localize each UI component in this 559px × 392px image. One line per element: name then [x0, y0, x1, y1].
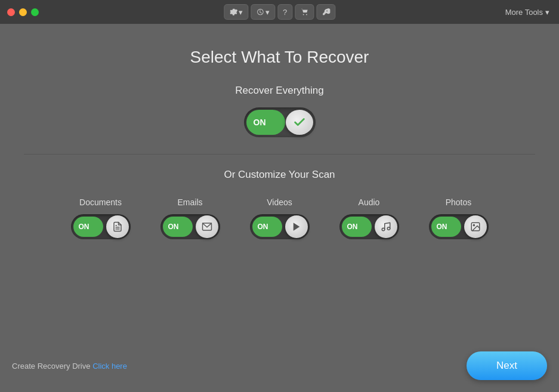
recover-everything-label: Recover Everything: [235, 85, 323, 97]
bottom-bar: Create Recovery Drive Click here Next: [0, 351, 559, 380]
click-here-link[interactable]: Click here: [92, 362, 127, 371]
history-icon: [256, 8, 264, 16]
categories-container: Documents ON Emails ON: [71, 197, 489, 239]
photos-toggle[interactable]: ON: [429, 214, 489, 239]
customize-label: Or Customize Your Scan: [224, 169, 335, 181]
videos-toggle[interactable]: ON: [250, 214, 310, 239]
recover-everything-toggle[interactable]: ON: [244, 107, 316, 137]
toolbar: ▾ ▾ ?: [224, 4, 335, 20]
audio-label: Audio: [359, 197, 380, 207]
videos-toggle-thumb: [285, 215, 308, 238]
window-controls: [7, 8, 39, 16]
more-tools-button[interactable]: More Tools ▾: [505, 8, 549, 17]
photo-icon: [470, 221, 481, 232]
audio-toggle[interactable]: ON: [339, 214, 399, 239]
svg-marker-6: [293, 223, 299, 231]
cart-icon: [300, 8, 308, 16]
chevron-down-icon: ▾: [545, 8, 549, 17]
recovery-drive-label: Create Recovery Drive: [12, 362, 91, 371]
photos-toggle-on-label: ON: [437, 223, 447, 231]
document-icon: [112, 221, 123, 232]
history-button[interactable]: ▾: [251, 4, 275, 20]
svg-point-10: [473, 224, 474, 226]
email-icon: [202, 221, 212, 232]
close-button[interactable]: [7, 8, 15, 16]
main-toggle-track[interactable]: ON: [244, 107, 316, 137]
main-content: Select What To Recover Recover Everythin…: [0, 24, 559, 392]
documents-label: Documents: [79, 197, 122, 207]
emails-label: Emails: [177, 197, 202, 207]
audio-toggle-thumb: [375, 215, 397, 238]
videos-toggle-on-label: ON: [258, 223, 268, 231]
videos-label: Videos: [267, 197, 292, 207]
category-videos: Videos ON: [250, 197, 310, 239]
category-documents: Documents ON: [71, 197, 131, 239]
checkmark-icon: [293, 116, 306, 129]
titlebar: ▾ ▾ ? More Tools ▾: [0, 0, 559, 24]
category-photos: Photos ON: [429, 197, 489, 239]
category-emails: Emails ON: [160, 197, 220, 239]
video-icon: [291, 221, 302, 232]
photos-toggle-thumb: [464, 215, 487, 238]
audio-toggle-on-label: ON: [347, 223, 358, 231]
documents-toggle-on-label: ON: [79, 223, 89, 231]
photos-label: Photos: [446, 197, 472, 207]
key-button[interactable]: [316, 4, 335, 20]
minimize-button[interactable]: [19, 8, 27, 16]
cart-button[interactable]: [295, 4, 314, 20]
svg-point-1: [306, 14, 307, 16]
emails-toggle[interactable]: ON: [160, 214, 220, 239]
svg-point-0: [302, 14, 304, 16]
divider: [24, 154, 535, 155]
svg-point-7: [382, 228, 385, 231]
emails-toggle-thumb: [196, 215, 218, 238]
documents-toggle-thumb: [106, 215, 129, 238]
main-toggle-on-label: ON: [254, 118, 266, 127]
main-toggle-thumb: [286, 110, 313, 135]
maximize-button[interactable]: [31, 8, 39, 16]
settings-button[interactable]: ▾: [224, 4, 248, 20]
key-icon: [322, 8, 330, 16]
gear-icon: [229, 8, 237, 16]
category-audio: Audio ON: [339, 197, 399, 239]
svg-point-8: [387, 227, 390, 230]
emails-toggle-on-label: ON: [168, 223, 179, 231]
audio-icon: [381, 221, 391, 232]
page-title: Select What To Recover: [190, 48, 369, 67]
recovery-drive-section: Create Recovery Drive Click here: [12, 362, 127, 371]
next-button[interactable]: Next: [467, 351, 547, 380]
help-button[interactable]: ?: [277, 4, 292, 20]
documents-toggle[interactable]: ON: [71, 214, 131, 239]
